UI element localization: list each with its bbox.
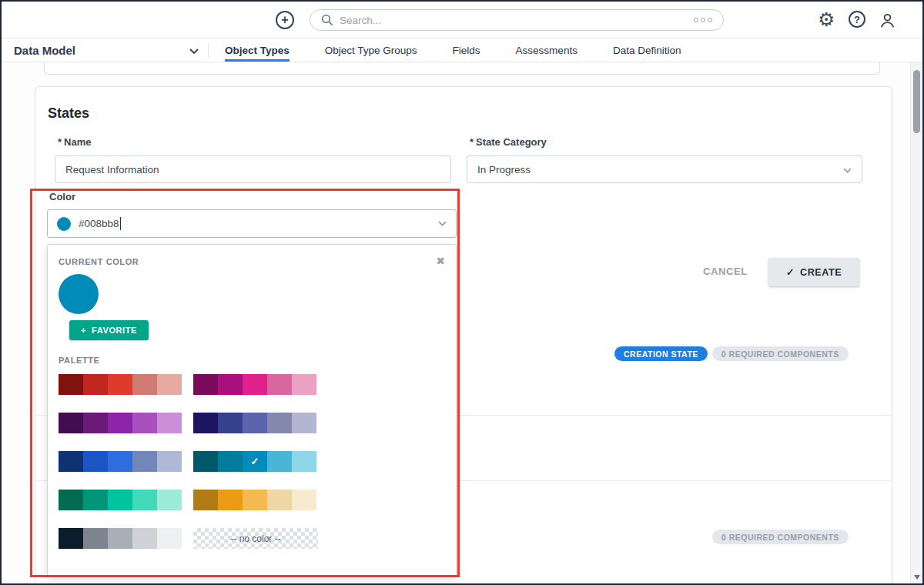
no-color-swatch[interactable]: -- no color -- xyxy=(193,528,318,549)
palette-swatch-selected[interactable]: ✓ xyxy=(243,451,267,472)
chevron-down-icon xyxy=(843,164,852,176)
palette-swatch[interactable] xyxy=(193,451,218,472)
state-category-select[interactable]: In Progress xyxy=(467,155,862,183)
search-options-icon[interactable] xyxy=(694,18,712,22)
palette-swatch[interactable] xyxy=(108,374,132,395)
palette-swatch[interactable] xyxy=(292,374,316,395)
tab-object-types[interactable]: Object Types xyxy=(225,38,290,62)
palette-swatch[interactable] xyxy=(218,413,243,433)
vertical-scrollbar[interactable] xyxy=(910,62,922,583)
creation-state-badge: CREATION STATE xyxy=(614,346,708,361)
palette-swatch[interactable] xyxy=(132,528,157,549)
section-title: States xyxy=(48,105,89,122)
nav-tabs: Object TypesObject Type GroupsFieldsAsse… xyxy=(225,38,681,62)
palette-swatch[interactable] xyxy=(193,413,218,433)
user-avatar-icon[interactable] xyxy=(878,11,896,29)
tab-data-definition[interactable]: Data Definition xyxy=(613,38,681,62)
search-icon xyxy=(321,14,333,26)
top-bar: + Search... ⚙ ? xyxy=(2,2,922,38)
color-label: Color xyxy=(49,191,75,202)
color-palette: ✓-- no color -- xyxy=(59,374,445,549)
palette-swatch[interactable] xyxy=(108,413,132,433)
nav-divider xyxy=(208,42,209,58)
app-window: + Search... ⚙ ? Data Model xyxy=(0,0,924,585)
scrollbar-thumb[interactable] xyxy=(913,70,920,133)
palette-swatch[interactable] xyxy=(193,490,218,510)
favorite-button[interactable]: + FAVORITE xyxy=(69,320,149,340)
palette-swatch[interactable] xyxy=(83,451,108,472)
palette-swatch[interactable] xyxy=(292,451,316,472)
palette-swatch[interactable] xyxy=(132,451,157,472)
module-selector[interactable]: Data Model xyxy=(14,38,203,62)
color-combobox[interactable]: #008bb8 xyxy=(47,209,457,238)
palette-swatch[interactable] xyxy=(108,490,132,510)
current-color-label: CURRENT COLOR xyxy=(59,257,139,266)
palette-swatch[interactable] xyxy=(243,490,267,510)
palette-swatch[interactable] xyxy=(83,374,108,395)
palette-swatch[interactable] xyxy=(108,451,132,472)
close-icon[interactable]: ✖ xyxy=(436,256,445,266)
palette-swatch[interactable] xyxy=(292,490,316,510)
palette-swatch[interactable] xyxy=(218,374,243,395)
create-button[interactable]: ✓ CREATE xyxy=(768,258,859,286)
tab-assessments[interactable]: Assessments xyxy=(516,38,578,62)
required-components-badge: 0 REQUIRED COMPONENTS xyxy=(712,530,849,544)
palette-swatch[interactable] xyxy=(59,490,83,510)
current-color-circle xyxy=(59,274,99,314)
content-area: States *Name *State Category In Progress… xyxy=(2,62,910,583)
required-marker: * xyxy=(58,136,62,148)
state-category-value: In Progress xyxy=(477,164,531,176)
palette-swatch[interactable] xyxy=(59,413,83,433)
palette-swatch[interactable] xyxy=(157,451,182,472)
name-input[interactable] xyxy=(55,155,451,183)
palette-swatch[interactable] xyxy=(59,374,83,395)
palette-swatch[interactable] xyxy=(132,413,157,433)
palette-swatch[interactable] xyxy=(108,528,132,549)
name-label: *Name xyxy=(58,136,91,148)
palette-swatch[interactable] xyxy=(132,490,157,510)
help-icon[interactable]: ? xyxy=(849,11,865,28)
plus-icon: + xyxy=(81,326,86,335)
palette-swatch[interactable] xyxy=(59,528,83,549)
color-value: #008bb8 xyxy=(79,218,119,229)
palette-swatch[interactable] xyxy=(132,374,157,395)
palette-swatch[interactable] xyxy=(292,413,316,433)
scroll-down-arrow[interactable] xyxy=(914,575,920,580)
search-placeholder: Search... xyxy=(340,15,694,26)
settings-gear-icon[interactable]: ⚙ xyxy=(818,8,835,31)
module-label: Data Model xyxy=(14,44,75,57)
palette-swatch[interactable] xyxy=(83,490,108,510)
cancel-button[interactable]: CANCEL xyxy=(703,266,748,277)
add-button[interactable]: + xyxy=(276,11,294,29)
states-card: States *Name *State Category In Progress… xyxy=(35,86,892,585)
palette-swatch[interactable] xyxy=(59,451,83,472)
palette-swatch[interactable] xyxy=(157,528,182,549)
chevron-down-icon[interactable] xyxy=(438,221,447,226)
required-components-badge: 0 REQUIRED COMPONENTS xyxy=(712,346,849,361)
palette-swatch[interactable] xyxy=(243,374,267,395)
tab-object-type-groups[interactable]: Object Type Groups xyxy=(325,38,417,62)
palette-swatch[interactable] xyxy=(243,413,267,433)
palette-swatch[interactable] xyxy=(267,451,292,472)
palette-swatch[interactable] xyxy=(267,413,292,433)
palette-swatch[interactable] xyxy=(157,374,182,395)
palette-swatch[interactable] xyxy=(83,413,108,433)
text-cursor xyxy=(120,217,121,230)
color-picker-panel: CURRENT COLOR ✖ + FAVORITE PALETTE ✓-- n… xyxy=(47,244,457,577)
palette-swatch[interactable] xyxy=(83,528,108,549)
palette-swatch[interactable] xyxy=(193,374,218,395)
chevron-down-icon xyxy=(189,44,199,57)
palette-swatch[interactable] xyxy=(157,490,182,510)
palette-swatch[interactable] xyxy=(157,413,182,433)
palette-swatch[interactable] xyxy=(267,490,292,510)
tab-fields[interactable]: Fields xyxy=(453,38,480,62)
favorite-button-label: FAVORITE xyxy=(92,326,137,335)
search-input[interactable]: Search... xyxy=(310,9,724,31)
check-icon: ✓ xyxy=(786,266,795,278)
palette-label: PALETTE xyxy=(59,356,445,365)
palette-swatch[interactable] xyxy=(218,451,243,472)
required-marker: * xyxy=(470,136,474,148)
nav-bar: Data Model Object TypesObject Type Group… xyxy=(2,38,922,62)
palette-swatch[interactable] xyxy=(267,374,292,395)
palette-swatch[interactable] xyxy=(218,490,243,510)
